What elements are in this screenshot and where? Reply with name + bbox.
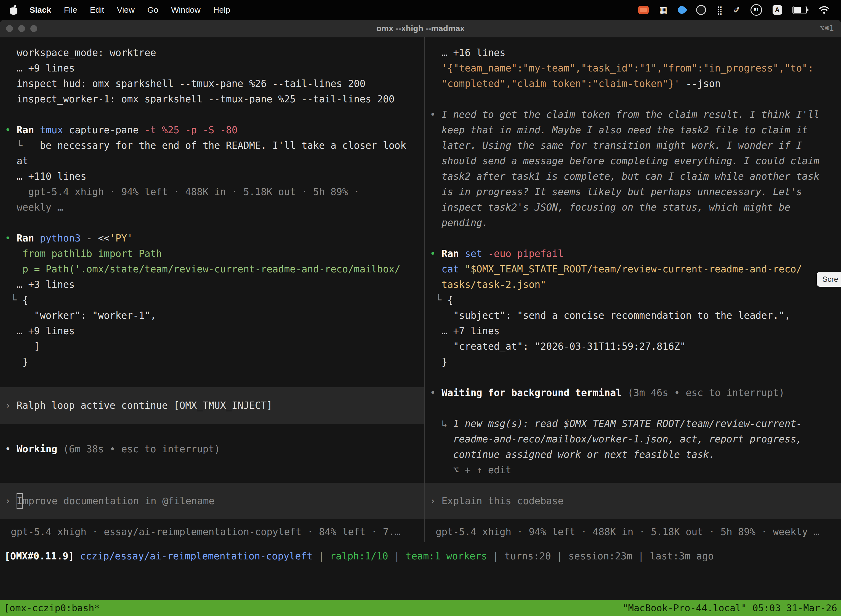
text-segment: should send a message before completing … bbox=[430, 155, 819, 166]
right-pane-bottom: › Explain this codebase gpt-5.4 xhigh · … bbox=[425, 481, 841, 542]
menu-file[interactable]: File bbox=[64, 5, 77, 15]
window-title-bar[interactable]: omx --xhigh --madmax ⌥⌘1 bbox=[0, 20, 841, 37]
text-segment: continue assigned work or next feasible … bbox=[430, 449, 715, 460]
terminal-line: ⌥ + ↑ edit bbox=[425, 462, 841, 478]
pen-icon[interactable]: ✐ bbox=[733, 5, 740, 15]
terminal-line bbox=[425, 230, 841, 246]
text-segment: keep that in mind. Maybe I also need the… bbox=[430, 125, 808, 135]
text-segment: Ran bbox=[441, 248, 464, 259]
text-segment: capture-pane bbox=[69, 125, 145, 135]
left-pane-bottom: › Improve documentation in @filename gpt… bbox=[0, 481, 424, 542]
input-source-icon[interactable]: A bbox=[772, 5, 782, 15]
menu-view[interactable]: View bbox=[117, 5, 134, 15]
circle-app-icon[interactable] bbox=[696, 5, 706, 15]
terminal-line: inspect_worker-1: omx sparkshell --tmux-… bbox=[0, 91, 424, 107]
text-segment: | bbox=[551, 551, 568, 562]
apple-menu-icon[interactable] bbox=[9, 5, 18, 15]
text-segment: Ran bbox=[16, 125, 40, 135]
text-segment: • bbox=[430, 387, 441, 398]
screen-recording-icon[interactable] bbox=[638, 6, 649, 14]
right-prompt-suggestion[interactable]: › Explain this codebase bbox=[425, 483, 841, 519]
grid-icon[interactable]: ▦ bbox=[659, 5, 667, 15]
text-segment: "subject": "send a concise recommendatio… bbox=[430, 310, 790, 321]
menu-help[interactable]: Help bbox=[213, 5, 230, 15]
terminal-line: } bbox=[0, 354, 424, 370]
text-segment: [OMX#0.11.9] bbox=[4, 551, 80, 562]
text-segment: › bbox=[5, 496, 16, 506]
terminal-line: pending. bbox=[425, 215, 841, 230]
terminal-line: readme-and-reco/mailbox/worker-1.json, a… bbox=[425, 431, 841, 447]
text-segment: 1 new msg(s): read $OMX_TEAM_STATE_ROOT/… bbox=[453, 418, 802, 429]
terminal-line: at bbox=[0, 153, 424, 169]
terminal-line: • Ran tmux capture-pane -t %25 -p -S -80 bbox=[0, 122, 424, 138]
close-button[interactable] bbox=[6, 25, 13, 32]
battery-gauge-badge[interactable]: 61 bbox=[750, 4, 762, 16]
terminal-line: … +110 lines bbox=[0, 169, 424, 184]
text-segment: -euo pipefail bbox=[488, 248, 564, 259]
ralph-inject-band: › Ralph loop active continue [OMX_TMUX_I… bbox=[0, 387, 424, 424]
text-segment: at bbox=[5, 155, 28, 166]
text-segment: p = Path('.omx/state/team/review-current… bbox=[5, 264, 400, 274]
terminal-line: inspect task2's JSON, focusing on the st… bbox=[425, 199, 841, 215]
text-segment: -t %25 -p -S -80 bbox=[145, 125, 237, 135]
text-segment: | bbox=[313, 551, 330, 562]
text-segment: ralph:1/10 bbox=[330, 551, 388, 562]
zoom-button[interactable] bbox=[30, 25, 37, 32]
window-title: omx --xhigh --madmax bbox=[0, 20, 841, 37]
right-pane-footer: gpt-5.4 xhigh · 94% left · 488K in · 5.1… bbox=[425, 524, 841, 540]
text-segment: is in progress? It seems likely but perh… bbox=[430, 186, 802, 197]
terminal-line bbox=[425, 400, 841, 416]
wifi-icon[interactable] bbox=[819, 6, 829, 14]
text-segment: • bbox=[430, 109, 441, 120]
text-segment: cat bbox=[430, 264, 464, 274]
tmux-window-shortcut-hint: ⌥⌘1 bbox=[820, 20, 834, 37]
terminal-line: "completed","claim_token":"claim-token"}… bbox=[425, 76, 841, 91]
text-segment: Ralph loop active continue [OMX_TMUX_INJ… bbox=[16, 400, 273, 411]
text-segment: … +9 lines bbox=[5, 63, 75, 74]
text-segment: ⌥ + ↑ edit bbox=[430, 465, 511, 475]
text-segment: task2 after task1 is complete, but can I… bbox=[430, 171, 819, 182]
menu-bar: SlackFileEditViewGoWindowHelp ▦⣿✐61A bbox=[0, 0, 841, 20]
terminal-line: gpt-5.4 xhigh · 94% left · 488K in · 5.1… bbox=[425, 524, 841, 540]
text-segment: weekly … bbox=[5, 202, 63, 213]
text-segment: └ bbox=[430, 295, 447, 305]
tooltip-text: Scre bbox=[822, 275, 838, 283]
terminal-line: keep that in mind. Maybe I also need the… bbox=[425, 122, 841, 138]
battery-icon[interactable] bbox=[793, 6, 809, 14]
right-terminal-pane[interactable]: … +16 lines '{"team_name":"my-team","tas… bbox=[425, 37, 841, 542]
dots-grid-icon[interactable]: ⣿ bbox=[716, 5, 722, 15]
text-segment: turns:20 bbox=[504, 551, 551, 562]
terminal-line: … +9 lines bbox=[0, 323, 424, 339]
app-menus: SlackFileEditViewGoWindowHelp bbox=[23, 5, 236, 15]
menu-slack[interactable]: Slack bbox=[29, 5, 51, 15]
menu-window[interactable]: Window bbox=[171, 5, 201, 15]
terminal-line: continue assigned work or next feasible … bbox=[425, 447, 841, 462]
minimize-button[interactable] bbox=[18, 25, 25, 32]
text-segment: readme-and-reco/mailbox/worker-1.json, a… bbox=[430, 434, 802, 444]
terminal-line: … +3 lines bbox=[0, 277, 424, 292]
swift-icon[interactable] bbox=[676, 4, 687, 15]
terminal-line: weekly … bbox=[0, 199, 424, 215]
terminal-line: inspect_hud: omx sparkshell --tmux-pane … bbox=[0, 76, 424, 91]
terminal-line: └ be necessary for the end of the README… bbox=[0, 138, 424, 153]
menu-edit[interactable]: Edit bbox=[90, 5, 104, 15]
terminal-line bbox=[425, 91, 841, 107]
menu-go[interactable]: Go bbox=[147, 5, 158, 15]
terminal-line: from pathlib import Path bbox=[0, 246, 424, 261]
text-segment: › bbox=[430, 496, 441, 506]
text-segment: from pathlib import Path bbox=[5, 248, 162, 259]
left-terminal-pane[interactable]: workspace_mode: worktree … +9 lines insp… bbox=[0, 37, 425, 542]
text-segment: later. Using the same for transition mig… bbox=[430, 140, 802, 151]
terminal-line: • Ran set -euo pipefail bbox=[425, 246, 841, 261]
text-segment: Waiting for background terminal bbox=[441, 387, 627, 398]
left-prompt-input[interactable]: › Improve documentation in @filename bbox=[0, 483, 424, 519]
terminal-line: } bbox=[425, 354, 841, 370]
text-segment: } bbox=[430, 356, 447, 367]
text-segment: "worker": "worker-1", bbox=[5, 310, 156, 321]
text-segment: "completed","claim_token":"claim-token"}… bbox=[430, 78, 686, 89]
tmux-host-and-clock: "MacBook-Pro-44.local" 05:03 31-Mar-26 bbox=[623, 603, 837, 613]
terminal-line: "worker": "worker-1", bbox=[0, 308, 424, 323]
traffic-lights bbox=[6, 25, 37, 32]
terminal-line: ] bbox=[0, 339, 424, 354]
text-segment: workspace_mode: worktree bbox=[5, 47, 156, 58]
